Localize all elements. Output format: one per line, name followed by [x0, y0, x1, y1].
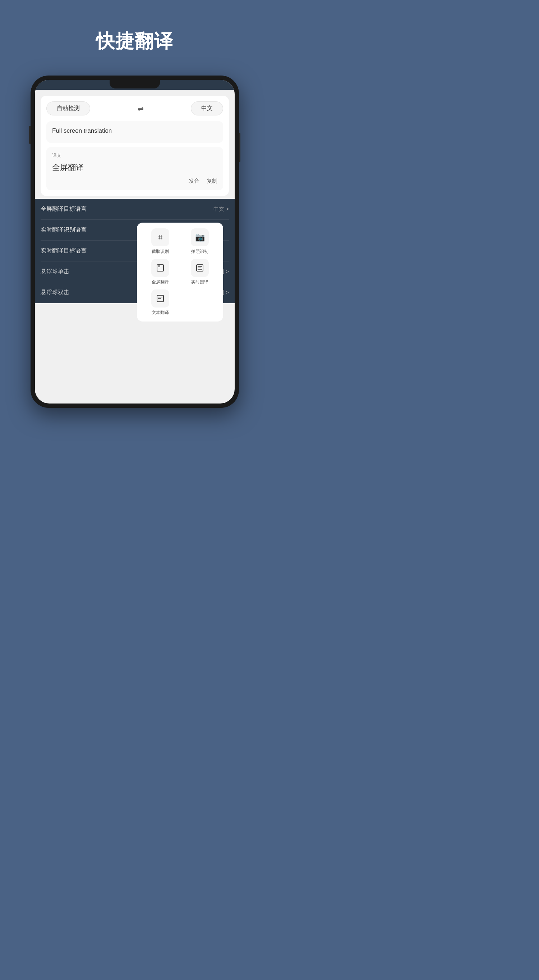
fullscreen-label: 全屏翻译 [152, 279, 169, 285]
settings-item-realtime-target-label: 实时翻译目标语言 [41, 247, 87, 255]
screenshot-label: 截取识别 [152, 248, 169, 255]
phone-wrapper: 自动检测 ⇌ 中文 Full screen translation 译文 全屏翻… [30, 76, 239, 408]
text-label: 文本翻译 [152, 310, 169, 316]
settings-item-float-single-label: 悬浮球单击 [41, 268, 69, 275]
translation-card: 自动检测 ⇌ 中文 Full screen translation 译文 全屏翻… [41, 95, 229, 196]
realtime-label: 实时翻译 [191, 279, 208, 285]
source-lang-button[interactable]: 自动检测 [46, 102, 90, 115]
camera-icon: 📷 [191, 228, 209, 247]
quick-btn-camera[interactable]: 📷 拍照识别 [182, 228, 217, 255]
realtime-icon [191, 259, 209, 277]
target-lang-button[interactable]: 中文 [191, 102, 223, 115]
settings-item-realtime-detect-label: 实时翻译识别语言 [41, 226, 87, 234]
settings-item-fullscreen-lang-value: 中文 > [214, 206, 229, 213]
quick-btn-screenshot[interactable]: ⌗ 截取识别 [143, 228, 178, 255]
input-area[interactable]: Full screen translation [46, 121, 223, 143]
camera-label: 拍照识别 [191, 248, 208, 255]
settings-item-fullscreen-lang-label: 全屏翻译目标语言 [41, 205, 87, 213]
quick-btn-text[interactable]: 文本翻译 [143, 290, 178, 316]
quick-btn-fullscreen[interactable]: 全屏翻译 [143, 259, 178, 285]
lang-selector: 自动检测 ⇌ 中文 [46, 102, 223, 115]
svg-rect-0 [157, 265, 163, 271]
text-icon [151, 290, 169, 307]
input-text: Full screen translation [52, 126, 217, 135]
screenshot-icon: ⌗ [151, 228, 169, 247]
settings-item-fullscreen-lang[interactable]: 全屏翻译目标语言 中文 > [41, 199, 229, 220]
page-title: 快捷翻译 [96, 29, 174, 54]
settings-item-float-double-label: 悬浮球双击 [41, 289, 69, 296]
fullscreen-icon [151, 259, 169, 277]
quick-panel: ⌗ 截取识别 📷 拍照识别 [137, 223, 223, 321]
phone-screen: 自动检测 ⇌ 中文 Full screen translation 译文 全屏翻… [35, 80, 235, 404]
phone-frame: 自动检测 ⇌ 中文 Full screen translation 译文 全屏翻… [30, 76, 239, 408]
phone-side-button-right [239, 133, 240, 162]
phone-notch [109, 80, 160, 89]
swap-icon[interactable]: ⇌ [138, 104, 144, 113]
output-actions: 发音 复制 [52, 178, 217, 185]
output-area: 译文 全屏翻译 发音 复制 [46, 147, 223, 190]
phone-side-button-left [29, 126, 30, 144]
settings-overlay-row: 实时翻译识别语言 实时翻译目标语言 ⌗ 截取识别 [41, 220, 229, 261]
settings-area: 全屏翻译目标语言 中文 > 实时翻译识别语言 实时翻译目标语言 [35, 199, 235, 261]
pronounce-button[interactable]: 发音 [189, 178, 200, 185]
copy-button[interactable]: 复制 [207, 178, 217, 185]
svg-rect-1 [158, 266, 160, 267]
output-text: 全屏翻译 [52, 161, 217, 173]
output-label: 译文 [52, 152, 217, 159]
quick-btn-realtime[interactable]: 实时翻译 [182, 259, 217, 285]
